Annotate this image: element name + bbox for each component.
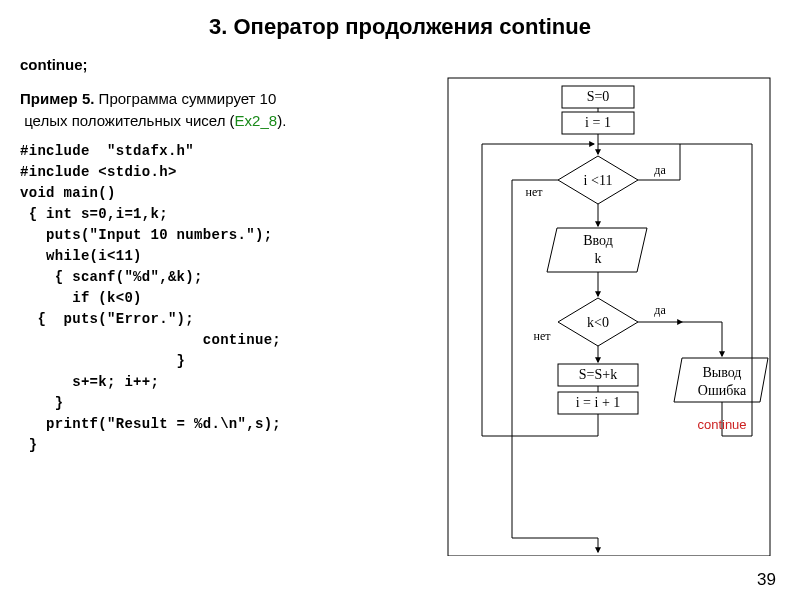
code-l3: void main() (20, 185, 116, 201)
flow-cond1-no: нет (526, 185, 544, 199)
code-l7: { scanf("%d",&k); (20, 269, 203, 285)
flow-cond1-yes: да (654, 163, 666, 177)
flow-input2: k (595, 251, 602, 266)
example-caption: Пример 5. Программа суммирует 10 целых п… (20, 88, 420, 132)
flow-err1: Вывод (703, 365, 742, 380)
code-l12: s+=k; i++; (20, 374, 159, 390)
flow-inc: i = i + 1 (576, 395, 621, 410)
code-l14: printf("Result = %d.\n",s); (20, 416, 281, 432)
code-l15: } (20, 437, 37, 453)
flowchart: S=0 i = 1 i <11 да нет Ввод k k<0 (442, 76, 778, 556)
code-l2: #include <stdio.h> (20, 164, 177, 180)
left-column: continue; Пример 5. Программа суммирует … (20, 54, 420, 456)
example-t1: Программа суммирует 10 (94, 90, 276, 107)
code-l9: { puts("Error."); (20, 311, 194, 327)
code-block: #include "stdafx.h" #include <stdio.h> v… (20, 141, 420, 456)
slide-title: 3. Оператор продолжения continue (0, 0, 800, 48)
flow-cond1: i <11 (584, 173, 613, 188)
example-ref: Ex2_8 (235, 112, 278, 129)
code-l4: { int s=0,i=1,k; (20, 206, 168, 222)
flow-err2: Ошибка (698, 383, 747, 398)
code-l5: puts("Input 10 numbers."); (20, 227, 272, 243)
code-l8: if (k<0) (20, 290, 142, 306)
example-label: Пример 5. (20, 90, 94, 107)
code-l1: #include "stdafx.h" (20, 143, 194, 159)
example-t3: ). (277, 112, 286, 129)
code-l6: while(i<11) (20, 248, 142, 264)
code-l11: } (20, 353, 185, 369)
code-l10: continue; (20, 332, 281, 348)
flow-init2: i = 1 (585, 115, 611, 130)
flow-input: Ввод (583, 233, 613, 248)
flow-sum: S=S+k (579, 367, 617, 382)
example-t2: целых положительных чисел ( (24, 112, 234, 129)
flow-cond2: k<0 (587, 315, 609, 330)
code-l13: } (20, 395, 64, 411)
flow-continue-label: continue (697, 417, 746, 432)
flow-cond2-yes: да (654, 303, 666, 317)
page-number: 39 (757, 570, 776, 590)
continue-statement: continue; (20, 54, 420, 76)
flow-init1: S=0 (587, 89, 610, 104)
flow-cond2-no: нет (534, 329, 552, 343)
